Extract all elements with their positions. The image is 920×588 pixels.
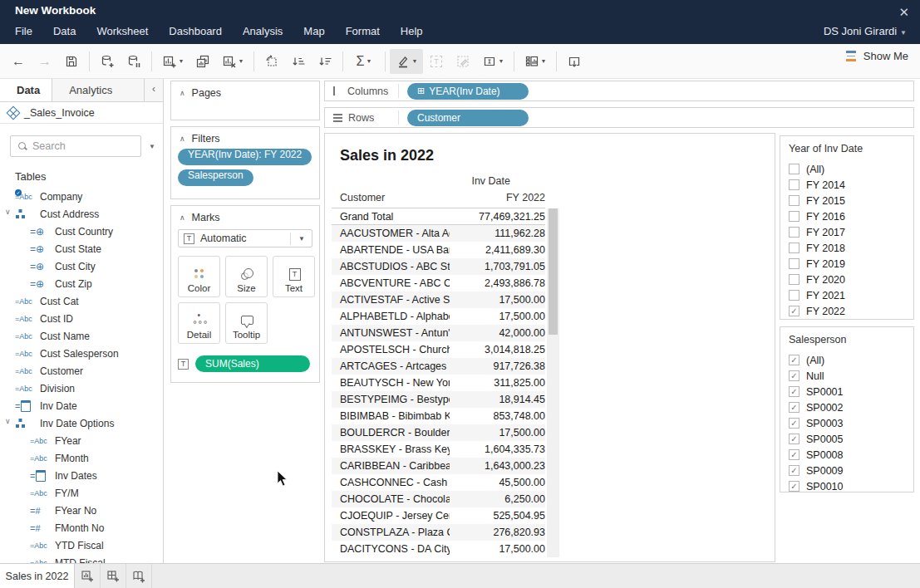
- new-data-source-button[interactable]: [94, 49, 121, 74]
- field-row[interactable]: ∨ FMonth: [0, 449, 163, 467]
- checkbox[interactable]: [789, 195, 799, 206]
- filter-checkbox-item[interactable]: FY 2022: [789, 303, 913, 319]
- field-row[interactable]: ∨ Cust Address: [0, 205, 163, 223]
- checkbox[interactable]: [789, 243, 799, 253]
- field-row[interactable]: ∨ Cust City: [0, 257, 163, 275]
- customer-cell[interactable]: BIBIMBAB - Bibimbab Ko..: [332, 410, 450, 422]
- table-row[interactable]: CJOEQUIP - Jersey Centr.. 525,504.95: [332, 507, 545, 524]
- checkbox[interactable]: [789, 355, 799, 365]
- sort-ascending-button[interactable]: [285, 49, 312, 74]
- presentation-mode-button[interactable]: [561, 49, 588, 74]
- filter-checkbox-item[interactable]: FY 2016: [789, 208, 913, 224]
- customer-cell[interactable]: BRASSKEY - Brass Key Bar: [332, 443, 450, 455]
- data-source-item[interactable]: _Sales_Invoice: [0, 102, 163, 124]
- table-row[interactable]: ARTCAGES - Artcages 917,726.38: [332, 358, 545, 375]
- vertical-scrollbar[interactable]: [547, 208, 559, 557]
- highlight-button[interactable]: ▼: [390, 49, 423, 74]
- expand-chevron-icon[interactable]: ∨: [5, 417, 13, 425]
- menu-item[interactable]: Analysis: [243, 25, 283, 37]
- measure-pill[interactable]: SUM(Sales): [195, 355, 310, 372]
- table-row[interactable]: Grand Total 77,469,321.25: [332, 208, 545, 225]
- table-row[interactable]: DACITYCONS - DA City Co.. 17,500.00: [332, 541, 545, 557]
- table-row[interactable]: BIBIMBAB - Bibimbab Ko.. 853,748.00: [332, 408, 545, 424]
- table-row[interactable]: BRASSKEY - Brass Key Bar 1,604,335.73: [332, 441, 545, 458]
- filter-checkbox-item[interactable]: SP0003: [789, 415, 913, 431]
- table-row[interactable]: BEAUTYSCH - New York I.. 311,825.00: [332, 375, 545, 391]
- show-me-button[interactable]: Show Me: [846, 50, 908, 62]
- mark-property-button[interactable]: Text: [273, 256, 315, 297]
- expand-chevron-icon[interactable]: ∨: [5, 208, 13, 216]
- filter-checkbox-item[interactable]: SP0001: [789, 384, 913, 399]
- mark-property-button[interactable]: Detail: [178, 302, 220, 344]
- close-icon[interactable]: ✕: [898, 5, 909, 20]
- columns-shelf[interactable]: Columns ⊞YEAR(Inv Date): [324, 81, 914, 101]
- collapse-card-icon[interactable]: ∧: [180, 213, 185, 222]
- checkbox[interactable]: [789, 274, 799, 285]
- collapse-card-icon[interactable]: ∧: [180, 135, 185, 143]
- account-menu[interactable]: DS Joni Girardi▼: [824, 25, 907, 37]
- field-row[interactable]: ∨ Cust Country: [0, 223, 163, 240]
- save-button[interactable]: [58, 49, 85, 74]
- checkbox[interactable]: [789, 402, 799, 413]
- field-row[interactable]: ∨ Company: [0, 188, 163, 205]
- checkbox[interactable]: [789, 370, 799, 381]
- chevron-down-icon[interactable]: ▼: [149, 143, 155, 150]
- filter-pill[interactable]: Salesperson: [178, 169, 253, 186]
- checkbox[interactable]: [789, 481, 799, 492]
- menu-item[interactable]: Help: [401, 25, 423, 37]
- customer-cell[interactable]: APOSTELSCH - Church of ..: [332, 344, 450, 355]
- field-row[interactable]: ∨ Inv Dates: [0, 467, 163, 484]
- table-row[interactable]: ABARTENDE - USA Barte.. 2,411,689.30: [332, 242, 545, 258]
- menu-item[interactable]: File: [15, 25, 32, 37]
- customer-cell[interactable]: BOULDERCR - Boulder Co..: [332, 427, 450, 439]
- menu-item[interactable]: Data: [53, 25, 76, 37]
- filter-checkbox-item[interactable]: SP0005: [789, 431, 913, 447]
- table-row[interactable]: ACTIVESTAF - Active Staf.. 17,500.00: [332, 292, 545, 308]
- column-group-header[interactable]: Inv Date: [325, 175, 545, 187]
- filter-checkbox-item[interactable]: SP0008: [789, 447, 913, 463]
- customer-cell[interactable]: ACTIVESTAF - Active Staf..: [332, 294, 450, 306]
- new-worksheet-button[interactable]: ▼: [156, 49, 189, 74]
- swap-rows-columns-button[interactable]: [258, 49, 285, 74]
- field-row[interactable]: ∨ Division: [0, 380, 163, 397]
- columns-pill[interactable]: ⊞YEAR(Inv Date): [407, 83, 529, 100]
- table-row[interactable]: CASHCONNEC - Cash Con.. 45,500.00: [332, 474, 545, 491]
- field-row[interactable]: ∨ Cust Zip: [0, 275, 163, 292]
- field-row[interactable]: ∨ FYear No: [0, 502, 163, 519]
- mark-type-dropdown[interactable]: T Automatic ▼: [178, 229, 312, 247]
- checkbox[interactable]: [789, 306, 799, 316]
- field-row[interactable]: ∨ MTD Fiscal: [0, 554, 163, 563]
- filter-checkbox-item[interactable]: FY 2014: [789, 177, 913, 193]
- customer-cell[interactable]: ABCSTUDIOS - ABC Studi..: [332, 261, 450, 272]
- table-row[interactable]: CARIBBEAN - Caribbean .. 1,643,000.23: [332, 458, 545, 474]
- checkbox[interactable]: [789, 418, 799, 429]
- field-row[interactable]: ∨ FMonth No: [0, 519, 163, 537]
- menu-item[interactable]: Format: [346, 25, 380, 37]
- filter-checkbox-item[interactable]: FY 2021: [789, 287, 913, 303]
- collapse-card-icon[interactable]: ∧: [180, 89, 185, 97]
- table-row[interactable]: ABCVENTURE - ABC Capit.. 2,493,886.78: [332, 275, 545, 292]
- filter-checkbox-item[interactable]: FY 2017: [789, 224, 913, 240]
- expand-field-icon[interactable]: ⊞: [417, 86, 425, 96]
- search-input[interactable]: [32, 140, 124, 152]
- filter-checkbox-item[interactable]: SP0009: [789, 463, 913, 478]
- checkbox[interactable]: [789, 227, 799, 238]
- checkbox[interactable]: [789, 465, 799, 476]
- checkbox[interactable]: [789, 386, 799, 397]
- filter-checkbox-item[interactable]: (All): [789, 352, 913, 368]
- customer-cell[interactable]: BEAUTYSCH - New York I..: [332, 377, 450, 389]
- filter-checkbox-item[interactable]: FY 2018: [789, 240, 913, 256]
- customer-cell[interactable]: ABARTENDE - USA Barte..: [332, 244, 450, 256]
- filter-checkbox-item[interactable]: FY 2015: [789, 193, 913, 208]
- field-row[interactable]: ∨ Cust Cat: [0, 292, 163, 310]
- field-row[interactable]: ∨ Cust ID: [0, 310, 163, 327]
- filter-checkbox-item[interactable]: Null: [789, 368, 913, 384]
- mark-property-button[interactable]: Color: [178, 256, 220, 297]
- checkbox[interactable]: [789, 211, 799, 222]
- table-row[interactable]: ABCSTUDIOS - ABC Studi.. 1,703,791.05: [332, 258, 545, 275]
- collapse-pane-icon[interactable]: ‹: [145, 79, 163, 101]
- checkbox[interactable]: [789, 179, 799, 190]
- totals-button[interactable]: Σ ▼: [347, 49, 381, 74]
- sort-descending-button[interactable]: [312, 49, 338, 74]
- filter-checkbox-item[interactable]: (All): [789, 161, 913, 177]
